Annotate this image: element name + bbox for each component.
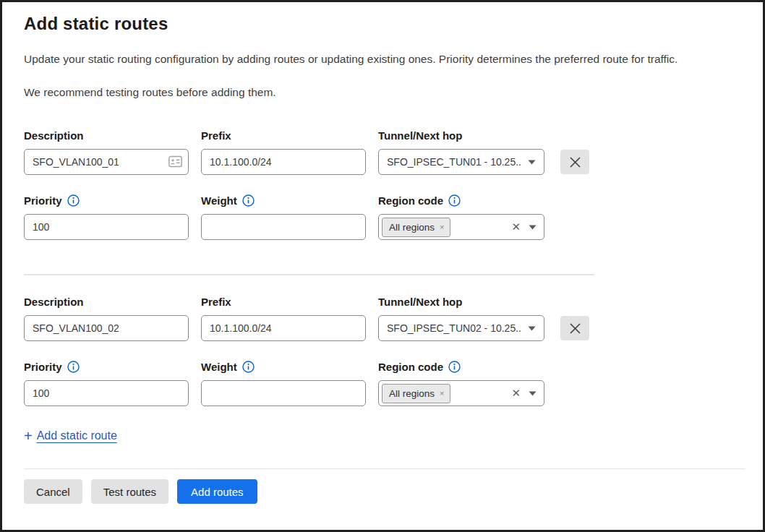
plus-icon: + — [24, 429, 33, 443]
region-label: Region code — [378, 361, 443, 373]
priority-label: Priority — [24, 361, 62, 373]
region-field-2: Region code All regions × ✕ — [378, 360, 544, 406]
region-tag: All regions × — [382, 384, 450, 403]
add-static-route-link[interactable]: + Add static route — [24, 429, 117, 443]
info-icon[interactable] — [242, 194, 255, 207]
footer-divider — [24, 468, 745, 469]
tunnel-selected-value: SFO_IPSEC_TUN02 - 10.25... — [387, 322, 522, 334]
info-icon[interactable] — [67, 194, 80, 207]
remove-route-button[interactable] — [560, 316, 589, 340]
weight-field-2: Weight — [201, 360, 366, 406]
route-group-2: Description Prefix Tunnel/Next hop SFO_I… — [24, 295, 741, 406]
region-label: Region code — [378, 194, 443, 207]
description-label: Description — [24, 129, 189, 142]
page-title: Add static routes — [24, 14, 741, 34]
priority-input[interactable] — [24, 380, 189, 406]
chevron-down-icon — [529, 391, 537, 396]
info-icon[interactable] — [448, 194, 461, 207]
tag-remove-icon[interactable]: × — [440, 223, 444, 231]
prefix-label: Prefix — [201, 129, 366, 142]
description-input[interactable] — [24, 149, 189, 175]
description-input[interactable] — [24, 315, 189, 341]
close-icon — [569, 322, 581, 335]
chevron-down-icon — [529, 225, 537, 230]
tunnel-select[interactable]: SFO_IPSEC_TUN01 - 10.25... — [378, 149, 544, 175]
tunnel-label: Tunnel/Next hop — [378, 129, 544, 142]
description-field-1: Description — [24, 129, 189, 175]
add-static-route-label: Add static route — [37, 429, 117, 442]
info-icon[interactable] — [242, 361, 255, 373]
info-icon[interactable] — [448, 361, 461, 373]
cancel-button[interactable]: Cancel — [24, 479, 82, 504]
add-static-routes-dialog: Add static routes Update your static rou… — [2, 2, 763, 504]
clear-icon[interactable]: ✕ — [509, 220, 523, 233]
prefix-input[interactable] — [201, 149, 366, 175]
chevron-down-icon — [528, 326, 536, 331]
priority-field-2: Priority — [24, 360, 189, 406]
chevron-down-icon — [528, 160, 536, 165]
region-field-1: Region code All regions × ✕ — [378, 194, 544, 240]
tunnel-selected-value: SFO_IPSEC_TUN01 - 10.25... — [387, 156, 522, 168]
test-routes-button[interactable]: Test routes — [91, 479, 168, 504]
prefix-label: Prefix — [201, 295, 366, 309]
priority-field-1: Priority — [24, 194, 189, 240]
tunnel-select[interactable]: SFO_IPSEC_TUN02 - 10.25... — [378, 315, 544, 341]
info-icon[interactable] — [67, 361, 80, 373]
priority-label: Priority — [24, 194, 62, 207]
region-multiselect[interactable]: All regions × ✕ — [378, 380, 544, 406]
remove-route-button[interactable] — [560, 150, 589, 174]
add-routes-button[interactable]: Add routes — [177, 479, 257, 504]
priority-input[interactable] — [24, 214, 189, 240]
tunnel-field-2: Tunnel/Next hop SFO_IPSEC_TUN02 - 10.25.… — [378, 295, 544, 341]
footer-actions: Cancel Test routes Add routes — [24, 479, 741, 504]
weight-input[interactable] — [201, 214, 366, 240]
close-icon — [569, 156, 581, 168]
weight-input[interactable] — [201, 380, 366, 406]
region-tag-label: All regions — [389, 388, 435, 399]
weight-label: Weight — [201, 194, 237, 207]
region-tag: All regions × — [382, 218, 450, 237]
route-group-divider — [24, 274, 594, 275]
route-group-1: Description Prefix Tunnel/Next — [24, 129, 741, 240]
prefix-input[interactable] — [201, 315, 366, 341]
region-multiselect[interactable]: All regions × ✕ — [378, 214, 544, 240]
weight-label: Weight — [201, 361, 237, 373]
description-label: Description — [24, 295, 189, 309]
clear-icon[interactable]: ✕ — [509, 387, 523, 400]
dialog-note: We recommend testing routes before addin… — [24, 86, 741, 99]
weight-field-1: Weight — [201, 194, 366, 240]
prefix-field-2: Prefix — [201, 295, 366, 341]
dialog-description: Update your static routing configuration… — [24, 52, 741, 66]
tunnel-label: Tunnel/Next hop — [378, 295, 544, 309]
tag-remove-icon[interactable]: × — [440, 390, 444, 398]
region-tag-label: All regions — [389, 222, 435, 233]
prefix-field-1: Prefix — [201, 129, 366, 175]
description-field-2: Description — [24, 295, 189, 341]
tunnel-field-1: Tunnel/Next hop SFO_IPSEC_TUN01 - 10.25.… — [378, 129, 544, 175]
